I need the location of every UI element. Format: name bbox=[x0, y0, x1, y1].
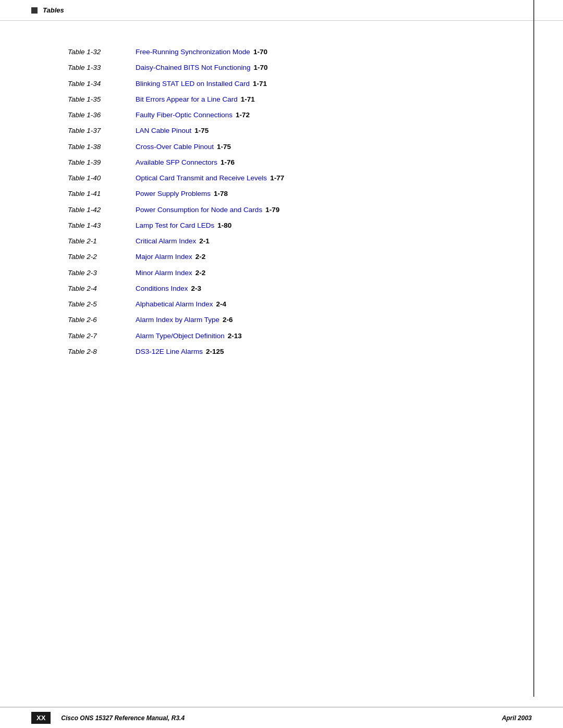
table-link[interactable]: Cross-Over Cable Pinout bbox=[136, 142, 214, 152]
table-page-number: 1-78 bbox=[214, 189, 228, 199]
table-page-number: 2-4 bbox=[216, 299, 227, 310]
table-page-number: 1-70 bbox=[254, 63, 268, 73]
table-link[interactable]: Alarm Type/Object Definition bbox=[136, 331, 225, 341]
table-page-number: 1-75 bbox=[194, 126, 209, 136]
table-label: Table 2-6 bbox=[68, 315, 136, 325]
table-link[interactable]: DS3-12E Line Alarms bbox=[136, 347, 203, 357]
table-link[interactable]: Lamp Test for Card LEDs bbox=[136, 220, 214, 231]
table-page-number: 2-6 bbox=[223, 315, 233, 325]
table-label: Table 2-7 bbox=[68, 331, 136, 341]
table-row: Table 1-32Free-Running Synchronization M… bbox=[68, 47, 495, 57]
table-page-number: 2-125 bbox=[206, 347, 224, 357]
table-page-number: 1-71 bbox=[253, 79, 267, 89]
table-label: Table 1-33 bbox=[68, 63, 136, 73]
table-row: Table 1-33Daisy-Chained BITS Not Functio… bbox=[68, 63, 495, 73]
table-label: Table 1-39 bbox=[68, 157, 136, 168]
table-label: Table 2-5 bbox=[68, 299, 136, 310]
table-link[interactable]: Blinking STAT LED on Installed Card bbox=[136, 79, 250, 89]
table-label: Table 1-41 bbox=[68, 189, 136, 199]
header-square-icon bbox=[31, 7, 38, 14]
table-label: Table 1-42 bbox=[68, 205, 136, 215]
table-label: Table 1-38 bbox=[68, 142, 136, 152]
table-row: Table 2-3Minor Alarm Index2-2 bbox=[68, 268, 495, 278]
footer-date: April 2003 bbox=[502, 714, 532, 722]
table-link[interactable]: Minor Alarm Index bbox=[136, 268, 192, 278]
table-row: Table 2-6Alarm Index by Alarm Type2-6 bbox=[68, 315, 495, 325]
table-label: Table 1-37 bbox=[68, 126, 136, 136]
table-page-number: 1-71 bbox=[241, 94, 255, 105]
table-row: Table 1-35Bit Errors Appear for a Line C… bbox=[68, 94, 495, 105]
table-row: Table 1-39Available SFP Connectors1-76 bbox=[68, 157, 495, 168]
table-link[interactable]: Available SFP Connectors bbox=[136, 157, 217, 168]
table-row: Table 1-42Power Consumption for Node and… bbox=[68, 205, 495, 215]
table-row: Table 2-4Conditions Index2-3 bbox=[68, 283, 495, 294]
table-page-number: 1-76 bbox=[221, 157, 235, 168]
table-row: Table 2-5Alphabetical Alarm Index2-4 bbox=[68, 299, 495, 310]
footer-doc-title: Cisco ONS 15327 Reference Manual, R3.4 bbox=[61, 714, 185, 722]
table-label: Table 2-2 bbox=[68, 252, 136, 262]
table-page-number: 1-72 bbox=[236, 110, 250, 120]
table-page-number: 2-3 bbox=[191, 283, 202, 294]
header-title: Tables bbox=[43, 6, 64, 14]
footer: XX Cisco ONS 15327 Reference Manual, R3.… bbox=[0, 707, 563, 728]
table-row: Table 2-2Major Alarm Index2-2 bbox=[68, 252, 495, 262]
table-link[interactable]: Critical Alarm Index bbox=[136, 236, 196, 246]
table-label: Table 1-40 bbox=[68, 173, 136, 183]
table-label: Table 1-36 bbox=[68, 110, 136, 120]
table-link[interactable]: Optical Card Transmit and Receive Levels bbox=[136, 173, 267, 183]
table-link[interactable]: Alarm Index by Alarm Type bbox=[136, 315, 219, 325]
table-link[interactable]: Bit Errors Appear for a Line Card bbox=[136, 94, 238, 105]
table-row: Table 1-43Lamp Test for Card LEDs1-80 bbox=[68, 220, 495, 231]
table-row: Table 2-7Alarm Type/Object Definition2-1… bbox=[68, 331, 495, 341]
table-label: Table 1-32 bbox=[68, 47, 136, 57]
table-link[interactable]: Power Supply Problems bbox=[136, 189, 211, 199]
table-page-number: 2-2 bbox=[195, 268, 206, 278]
table-link[interactable]: Free-Running Synchronization Mode bbox=[136, 47, 250, 57]
table-page-number: 1-70 bbox=[253, 47, 267, 57]
content-area: Table 1-32Free-Running Synchronization M… bbox=[0, 21, 563, 404]
footer-left: XX Cisco ONS 15327 Reference Manual, R3.… bbox=[31, 712, 185, 724]
table-page-number: 1-79 bbox=[265, 205, 279, 215]
right-border-line bbox=[533, 0, 534, 697]
table-label: Table 1-43 bbox=[68, 220, 136, 231]
table-label: Table 1-34 bbox=[68, 79, 136, 89]
table-page-number: 1-77 bbox=[270, 173, 284, 183]
table-link[interactable]: Conditions Index bbox=[136, 283, 188, 294]
table-page-number: 1-75 bbox=[217, 142, 231, 152]
page-container: Tables Table 1-32Free-Running Synchroniz… bbox=[0, 0, 563, 728]
table-row: Table 1-40Optical Card Transmit and Rece… bbox=[68, 173, 495, 183]
table-link[interactable]: LAN Cable Pinout bbox=[136, 126, 191, 136]
table-label: Table 2-4 bbox=[68, 283, 136, 294]
table-row: Table 1-38Cross-Over Cable Pinout1-75 bbox=[68, 142, 495, 152]
table-row: Table 1-34Blinking STAT LED on Installed… bbox=[68, 79, 495, 89]
table-label: Table 1-35 bbox=[68, 94, 136, 105]
table-page-number: 1-80 bbox=[217, 220, 231, 231]
table-link[interactable]: Alphabetical Alarm Index bbox=[136, 299, 213, 310]
table-link[interactable]: Daisy-Chained BITS Not Functioning bbox=[136, 63, 251, 73]
header: Tables bbox=[0, 0, 563, 21]
table-page-number: 2-1 bbox=[199, 236, 210, 246]
footer-page-number: XX bbox=[31, 712, 51, 724]
table-label: Table 2-8 bbox=[68, 347, 136, 357]
table-link[interactable]: Major Alarm Index bbox=[136, 252, 192, 262]
table-label: Table 2-1 bbox=[68, 236, 136, 246]
table-label: Table 2-3 bbox=[68, 268, 136, 278]
table-row: Table 2-8DS3-12E Line Alarms2-125 bbox=[68, 347, 495, 357]
table-page-number: 2-2 bbox=[195, 252, 206, 262]
table-row: Table 1-41Power Supply Problems1-78 bbox=[68, 189, 495, 199]
table-link[interactable]: Faulty Fiber-Optic Connections bbox=[136, 110, 232, 120]
table-row: Table 1-36Faulty Fiber-Optic Connections… bbox=[68, 110, 495, 120]
table-link[interactable]: Power Consumption for Node and Cards bbox=[136, 205, 262, 215]
table-row: Table 1-37LAN Cable Pinout1-75 bbox=[68, 126, 495, 136]
table-row: Table 2-1Critical Alarm Index2-1 bbox=[68, 236, 495, 246]
table-page-number: 2-13 bbox=[228, 331, 242, 341]
table-list: Table 1-32Free-Running Synchronization M… bbox=[68, 47, 495, 357]
